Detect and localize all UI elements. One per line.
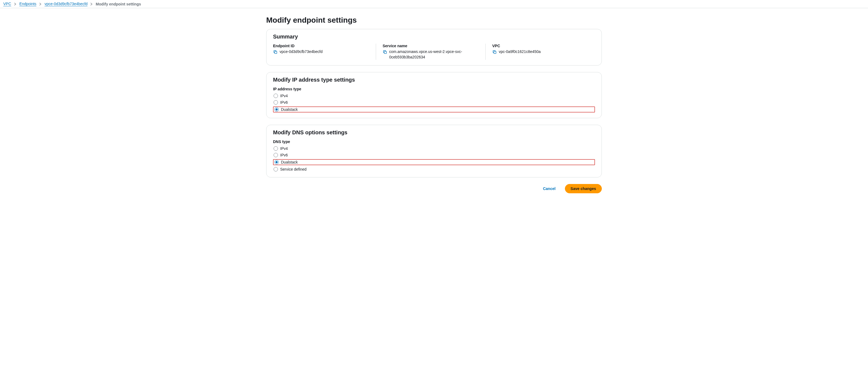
summary-service-name: Service name com.amazonaws.vpce.us-west-… <box>376 44 485 60</box>
copy-icon[interactable] <box>492 50 497 54</box>
radio-dns-service-defined[interactable]: Service defined <box>273 167 595 172</box>
breadcrumb-link-endpoints[interactable]: Endpoints <box>20 2 36 6</box>
ip-address-type-label: IP address type <box>273 87 595 91</box>
dns-section-heading: Modify DNS options settings <box>273 129 595 136</box>
highlight-box: Dualstack <box>273 106 595 112</box>
page-title: Modify endpoint settings <box>266 16 602 25</box>
radio-dualstack[interactable]: Dualstack <box>274 107 298 112</box>
radio-ipv4[interactable]: IPv4 <box>273 93 595 98</box>
summary-value-text: vpc-0a9f0c1621c8e450a <box>499 49 540 55</box>
radio-input-dns-dualstack[interactable] <box>274 160 279 164</box>
dns-options-panel: Modify DNS options settings DNS type IPv… <box>266 125 602 177</box>
radio-label: IPv6 <box>280 100 288 105</box>
copy-icon[interactable] <box>383 50 387 54</box>
ip-section-heading: Modify IP address type settings <box>273 77 595 83</box>
svg-rect-5 <box>494 51 496 54</box>
svg-rect-1 <box>275 51 277 54</box>
radio-label: Dualstack <box>281 160 298 164</box>
ip-address-type-panel: Modify IP address type settings IP addre… <box>266 72 602 118</box>
radio-label: Dualstack <box>281 107 298 112</box>
summary-endpoint-id: Endpoint ID vpce-0d3d9cfb73e4becfd <box>273 44 376 60</box>
radio-label: IPv4 <box>280 146 288 151</box>
breadcrumb-link-vpc[interactable]: VPC <box>3 2 11 6</box>
summary-value-text: com.amazonaws.vpce.us-west-2.vpce-svc-0c… <box>389 49 479 60</box>
radio-input-dns-ipv4[interactable] <box>274 146 278 151</box>
summary-value-text: vpce-0d3d9cfb73e4becfd <box>280 49 322 55</box>
radio-label: Service defined <box>280 167 307 171</box>
highlight-box: Dualstack <box>273 159 595 165</box>
chevron-right-icon <box>90 2 93 6</box>
summary-panel: Summary Endpoint ID vpce-0d3d9cfb73e4bec… <box>266 29 602 66</box>
chevron-right-icon <box>14 2 17 6</box>
copy-icon[interactable] <box>273 50 277 54</box>
save-button[interactable]: Save changes <box>565 184 602 193</box>
breadcrumb: VPC Endpoints vpce-0d3d9cfb73e4becfd Mod… <box>0 0 868 8</box>
summary-vpc: VPC vpc-0a9f0c1621c8e450a <box>485 44 595 60</box>
radio-input-ipv6[interactable] <box>274 100 278 105</box>
radio-dns-ipv6[interactable]: IPv6 <box>273 152 595 158</box>
button-row: Cancel Save changes <box>266 184 602 193</box>
summary-heading: Summary <box>273 34 595 40</box>
ip-address-type-radio-group: IPv4 IPv6 Dualstack <box>273 93 595 112</box>
radio-label: IPv6 <box>280 153 288 157</box>
dns-type-label: DNS type <box>273 139 595 144</box>
summary-label: Service name <box>383 44 479 48</box>
dns-type-radio-group: IPv4 IPv6 Dualstack Service defined <box>273 146 595 172</box>
radio-label: IPv4 <box>280 94 288 98</box>
radio-input-dns-service-defined[interactable] <box>274 167 278 171</box>
breadcrumb-current: Modify endpoint settings <box>96 2 141 6</box>
radio-input-dns-ipv6[interactable] <box>274 153 278 157</box>
breadcrumb-link-endpoint-id[interactable]: vpce-0d3d9cfb73e4becfd <box>44 2 88 6</box>
radio-dns-dualstack[interactable]: Dualstack <box>274 160 298 165</box>
summary-label: Endpoint ID <box>273 44 369 48</box>
summary-label: VPC <box>492 44 588 48</box>
radio-dns-ipv4[interactable]: IPv4 <box>273 146 595 151</box>
radio-input-ipv4[interactable] <box>274 94 278 98</box>
radio-ipv6[interactable]: IPv6 <box>273 100 595 105</box>
radio-input-dualstack[interactable] <box>274 107 279 112</box>
cancel-button[interactable]: Cancel <box>537 184 561 193</box>
chevron-right-icon <box>39 2 42 6</box>
svg-rect-3 <box>384 51 386 54</box>
